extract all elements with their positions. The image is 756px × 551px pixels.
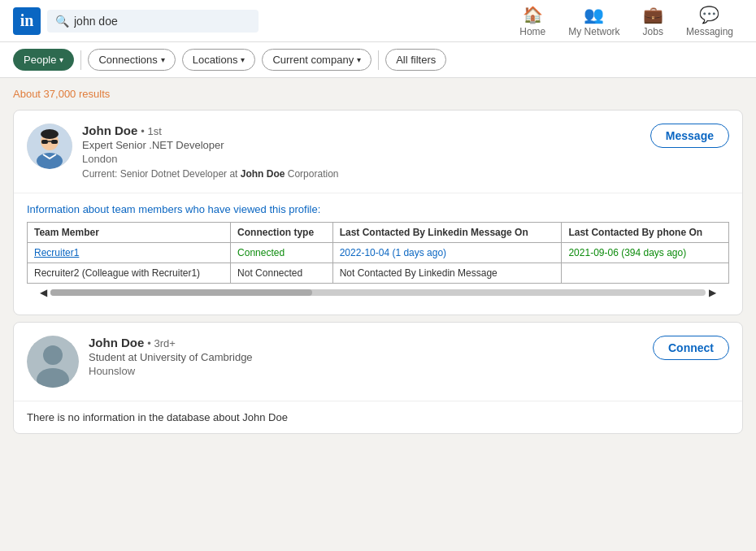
card1-name: John Doe • 1st [82, 124, 729, 137]
card1-location: London [82, 153, 729, 165]
result-card-2: John Doe • 3rd+ Student at University of… [13, 322, 743, 434]
people-filter-button[interactable]: People ▾ [13, 49, 74, 71]
cell-last-linkedin: 2022-10-04 (1 days ago) [332, 243, 562, 263]
scroll-left-icon[interactable]: ◀ [40, 287, 47, 298]
card2-person-info: John Doe • 3rd+ Student at University of… [89, 336, 729, 377]
nav-messaging[interactable]: 💬 Messaging [676, 0, 743, 42]
result-card-1: John Doe • 1st Expert Senior .NET Develo… [13, 110, 743, 315]
card2-title: Student at University of Cambridge [89, 351, 729, 363]
cell-team-member: Recruiter1 [28, 243, 231, 263]
table-row: Recruiter1Connected2022-10-04 (1 days ag… [28, 243, 729, 263]
card1-current: Current: Senior Dotnet Developer at John… [82, 168, 729, 180]
nav-jobs[interactable]: 💼 Jobs [633, 0, 673, 42]
nav-my-network[interactable]: 👥 My Network [558, 0, 629, 42]
col-last-phone: Last Contacted By phone On [562, 223, 729, 243]
card2-connect-button[interactable]: Connect [653, 336, 729, 360]
filter-separator [80, 50, 81, 70]
filter-separator-2 [378, 50, 379, 70]
cell-connection-type: Not Connected [231, 263, 333, 284]
jobs-icon: 💼 [643, 5, 663, 24]
card2-location: Hounslow [89, 365, 729, 377]
cell-team-member: Recruiter2 (Colleague with Recruiter1) [28, 263, 231, 284]
card1-top: John Doe • 1st Expert Senior .NET Develo… [14, 111, 742, 193]
home-icon: 🏠 [523, 5, 543, 24]
current-company-chevron-icon: ▾ [357, 55, 361, 64]
card1-table: Team Member Connection type Last Contact… [27, 222, 729, 284]
svg-rect-4 [41, 140, 48, 144]
main-content: About 37,000 results [0, 78, 756, 450]
scroll-thumb [50, 289, 312, 296]
svg-point-3 [41, 129, 59, 139]
card2-name: John Doe • 3rd+ [89, 336, 729, 349]
messaging-icon: 💬 [699, 5, 719, 24]
scroll-row: ◀ ▶ [27, 284, 729, 305]
people-chevron-icon: ▾ [59, 55, 63, 64]
nav-home[interactable]: 🏠 Home [510, 0, 555, 42]
linkedin-logo: in [13, 7, 41, 35]
card1-title: Expert Senior .NET Developer [82, 139, 729, 151]
filter-bar: People ▾ Connections ▾ Locations ▾ Curre… [0, 42, 756, 78]
card1-info-title: Information about team members who have … [27, 203, 729, 215]
results-count: About 37,000 results [13, 88, 743, 100]
card1-message-button[interactable]: Message [650, 124, 729, 148]
avatar-2 [27, 336, 79, 388]
card1-info-section: Information about team members who have … [14, 193, 742, 315]
header: in 🔍 🏠 Home 👥 My Network 💼 Jobs 💬 Messag… [0, 0, 756, 42]
search-box: 🔍 [47, 10, 259, 33]
card2-no-info: There is no information in the database … [14, 401, 742, 433]
my-network-icon: 👥 [584, 5, 604, 24]
current-company-filter-button[interactable]: Current company ▾ [262, 49, 371, 71]
scroll-track[interactable] [50, 289, 706, 296]
locations-chevron-icon: ▾ [241, 55, 245, 64]
cell-connection-type: Connected [231, 243, 333, 263]
connections-filter-button[interactable]: Connections ▾ [88, 49, 175, 71]
all-filters-button[interactable]: All filters [385, 49, 446, 71]
recruiter-link[interactable]: Recruiter1 [34, 247, 79, 258]
connections-chevron-icon: ▾ [161, 55, 165, 64]
cell-last-phone: 2021-09-06 (394 days ago) [562, 243, 729, 263]
table-row: Recruiter2 (Colleague with Recruiter1)No… [28, 263, 729, 284]
cell-last-phone [562, 263, 729, 284]
search-icon: 🔍 [55, 15, 69, 28]
col-last-linkedin: Last Contacted By Linkedin Message On [332, 223, 562, 243]
svg-point-8 [43, 345, 63, 365]
card1-table-wrapper[interactable]: Team Member Connection type Last Contact… [27, 222, 729, 284]
svg-point-1 [37, 153, 63, 169]
search-input[interactable] [74, 15, 250, 28]
card2-top: John Doe • 3rd+ Student at University of… [14, 323, 742, 401]
col-connection-type: Connection type [231, 223, 333, 243]
nav-items: 🏠 Home 👥 My Network 💼 Jobs 💬 Messaging [510, 0, 743, 42]
cell-last-linkedin: Not Contacted By Linkedin Message [332, 263, 562, 284]
svg-rect-5 [51, 140, 58, 144]
card1-person-info: John Doe • 1st Expert Senior .NET Develo… [82, 124, 729, 180]
avatar-1 [27, 124, 72, 169]
col-team-member: Team Member [28, 223, 231, 243]
locations-filter-button[interactable]: Locations ▾ [182, 49, 256, 71]
scroll-right-icon[interactable]: ▶ [709, 287, 716, 298]
